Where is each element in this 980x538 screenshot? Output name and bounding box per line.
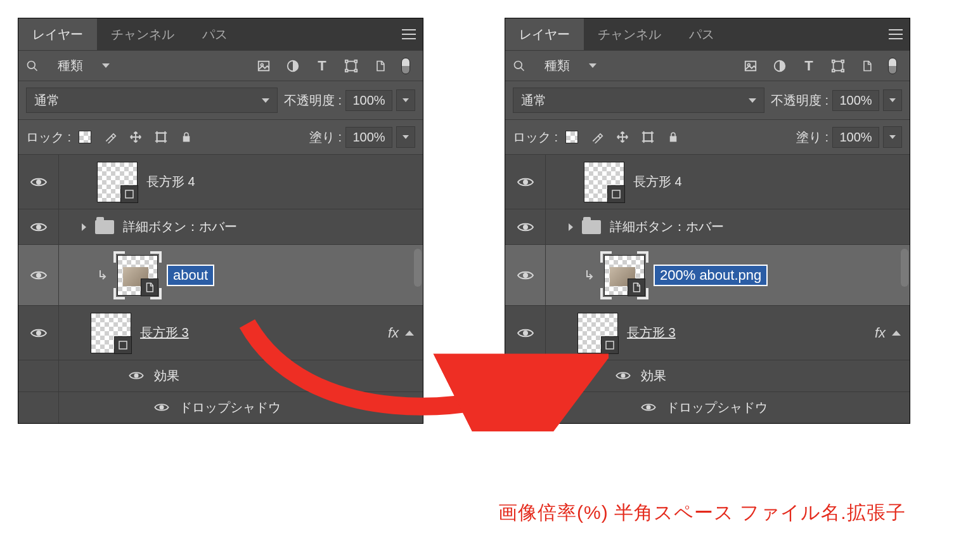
- tab-layers[interactable]: レイヤー: [505, 18, 584, 50]
- lock-position-icon[interactable]: [615, 129, 630, 145]
- effect-dropshadow-row[interactable]: ドロップシャドウ: [505, 391, 910, 423]
- tab-channels[interactable]: チャンネル: [97, 18, 188, 50]
- layer-thumbnail: [117, 255, 158, 296]
- group-toggle-icon[interactable]: [82, 223, 86, 231]
- layers-list: 長方形 4 詳細ボタン：ホバー: [505, 154, 910, 423]
- layer-row-group[interactable]: 詳細ボタン：ホバー: [505, 209, 910, 244]
- group-toggle-icon[interactable]: [569, 223, 573, 231]
- fill-dropdown[interactable]: [396, 126, 415, 148]
- blend-mode-value: 通常: [521, 92, 546, 109]
- effects-header-row[interactable]: 効果: [505, 360, 910, 391]
- layer-row-smartobject[interactable]: about: [18, 244, 423, 305]
- layer-name: 長方形 4: [146, 173, 195, 190]
- visibility-icon[interactable]: [30, 270, 47, 281]
- visibility-icon[interactable]: [30, 221, 47, 233]
- svg-point-47: [524, 273, 527, 277]
- lock-artboard-icon[interactable]: [153, 129, 169, 145]
- visibility-icon[interactable]: [30, 176, 47, 188]
- clip-arrow-icon: [97, 270, 108, 281]
- effects-label: 効果: [154, 367, 179, 384]
- filter-adjust-icon[interactable]: [285, 58, 301, 74]
- fx-toggle-icon[interactable]: [892, 331, 901, 336]
- svg-point-22: [37, 331, 41, 335]
- visibility-icon[interactable]: [616, 371, 632, 382]
- layer-rename-input[interactable]: 200% about.png: [654, 265, 768, 286]
- filter-image-icon[interactable]: [742, 58, 759, 74]
- blend-mode-select[interactable]: 通常: [513, 88, 764, 113]
- filter-shape-icon[interactable]: [343, 58, 359, 74]
- filter-adjust-icon[interactable]: [771, 58, 788, 74]
- panel-menu-icon[interactable]: [882, 18, 910, 50]
- layer-name: 長方形 3: [140, 324, 189, 341]
- lock-transparency-icon[interactable]: [77, 129, 93, 145]
- layer-row-group[interactable]: 詳細ボタン：ホバー: [18, 209, 423, 244]
- opacity-dropdown[interactable]: [396, 89, 415, 111]
- scrollbar-thumb[interactable]: [901, 249, 908, 287]
- lock-position-icon[interactable]: [128, 129, 143, 145]
- fx-label: fx: [388, 325, 399, 341]
- fill-dropdown[interactable]: [883, 126, 902, 148]
- svg-point-50: [621, 374, 624, 377]
- lock-all-icon[interactable]: [179, 129, 194, 145]
- fill-value[interactable]: 100%: [832, 127, 879, 148]
- scrollbar-thumb[interactable]: [414, 249, 422, 287]
- lock-artboard-icon[interactable]: [640, 129, 655, 145]
- tab-paths[interactable]: パス: [675, 18, 728, 50]
- layers-panel-right: レイヤー チャンネル パス 種類 T 通常 不透明度 : 100%: [505, 18, 910, 424]
- visibility-icon[interactable]: [129, 371, 145, 382]
- chevron-down-icon: [749, 98, 756, 103]
- layer-row-rect4[interactable]: 長方形 4: [505, 154, 910, 209]
- opacity-value[interactable]: 100%: [345, 90, 392, 111]
- blend-mode-select[interactable]: 通常: [26, 88, 278, 113]
- svg-point-29: [515, 61, 522, 69]
- visibility-icon[interactable]: [517, 176, 534, 188]
- tab-channels[interactable]: チャンネル: [584, 18, 675, 50]
- layer-row-rect4[interactable]: 長方形 4: [18, 154, 423, 209]
- fx-toggle-icon[interactable]: [405, 331, 414, 336]
- svg-rect-9: [345, 60, 348, 62]
- filter-image-icon[interactable]: [255, 58, 272, 74]
- filter-kind-select[interactable]: 種類: [513, 57, 602, 74]
- effect-name: ドロップシャドウ: [179, 399, 281, 416]
- visibility-icon[interactable]: [30, 327, 47, 339]
- layer-name: 長方形 3: [627, 324, 676, 341]
- visibility-icon[interactable]: [641, 402, 657, 414]
- filter-toggle[interactable]: [401, 58, 410, 74]
- filter-toggle[interactable]: [888, 58, 897, 74]
- filter-smart-icon[interactable]: [859, 58, 875, 74]
- lock-pixels-icon[interactable]: [103, 129, 118, 145]
- folder-icon: [95, 220, 114, 234]
- lock-all-icon[interactable]: [666, 129, 681, 145]
- visibility-icon[interactable]: [517, 327, 534, 339]
- fill-value[interactable]: 100%: [345, 127, 392, 148]
- search-icon: [26, 60, 39, 72]
- svg-rect-37: [832, 69, 835, 72]
- lock-transparency-icon[interactable]: [564, 129, 579, 145]
- layer-row-smartobject[interactable]: 200% about.png: [505, 244, 910, 305]
- filter-type-icon[interactable]: T: [314, 58, 330, 74]
- tab-layers[interactable]: レイヤー: [18, 18, 97, 50]
- panel-menu-icon[interactable]: [395, 18, 423, 50]
- lock-label: ロック :: [513, 129, 558, 146]
- layer-thumbnail: [577, 313, 618, 353]
- opacity-dropdown[interactable]: [883, 89, 902, 111]
- svg-point-48: [524, 331, 527, 335]
- tab-paths[interactable]: パス: [188, 18, 242, 50]
- layer-row-rect3[interactable]: 長方形 3 fx: [18, 305, 423, 360]
- filter-kind-select[interactable]: 種類: [26, 57, 115, 74]
- layer-thumbnail: [91, 313, 131, 353]
- visibility-icon[interactable]: [517, 221, 534, 233]
- effects-header-row[interactable]: 効果: [18, 360, 423, 391]
- effect-dropshadow-row[interactable]: ドロップシャドウ: [18, 391, 423, 423]
- smartobject-badge-icon: [141, 279, 158, 296]
- layer-row-rect3[interactable]: 長方形 3 fx: [505, 305, 910, 360]
- filter-shape-icon[interactable]: [830, 58, 846, 74]
- lock-pixels-icon[interactable]: [590, 129, 605, 145]
- layers-list: 長方形 4 詳細ボタン：ホバー: [18, 154, 423, 423]
- visibility-icon[interactable]: [517, 270, 534, 281]
- visibility-icon[interactable]: [154, 402, 171, 414]
- opacity-value[interactable]: 100%: [832, 90, 879, 111]
- filter-smart-icon[interactable]: [372, 58, 389, 74]
- layer-rename-input[interactable]: about: [167, 265, 214, 286]
- filter-type-icon[interactable]: T: [801, 58, 817, 74]
